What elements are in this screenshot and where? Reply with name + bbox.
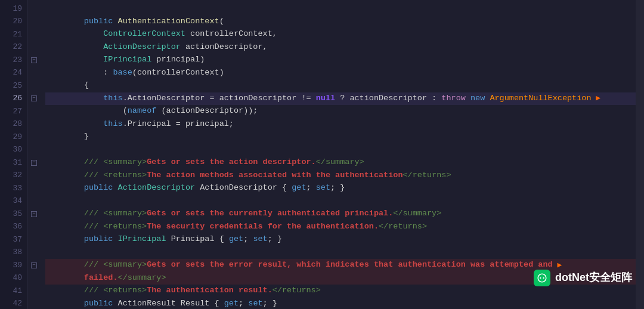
fold-icon-23[interactable]: − (31, 57, 37, 63)
line-num-26: 26 (0, 92, 22, 106)
code-line-28: this .Principal = principal; (45, 118, 644, 131)
hint-arrow-26: ▶ (592, 92, 601, 104)
line-num-38: 38 (0, 246, 22, 259)
line-num-37: 37 (0, 233, 22, 246)
semi-37b: ; } (268, 233, 282, 246)
xml-open-31: <summary> (103, 156, 147, 169)
line-num-41: 41 (0, 285, 22, 298)
brace-open-25: { (84, 79, 89, 92)
colon-24: : (103, 67, 113, 79)
xml-close-40: </summary> (118, 272, 166, 285)
xml-open-39: <summary> (103, 259, 147, 271)
xml-close-41: </returns> (273, 285, 321, 297)
code-line-42: public ActionResult Result { get ; set ;… (45, 298, 644, 310)
indent-37 (45, 233, 84, 246)
doc-31: Gets or sets the action descriptor. (147, 156, 316, 169)
op-neq: != (301, 92, 311, 105)
get-33: get (292, 182, 306, 194)
line-num-42: 42 (0, 298, 22, 310)
gutter-41 (27, 285, 41, 298)
line-num-39: 39 (0, 259, 22, 272)
code-line-37: public IPrincipal Principal { get ; set … (45, 233, 644, 246)
comment-36: /// (84, 221, 103, 233)
paren-20: ( (219, 16, 224, 28)
gutter-20 (27, 16, 41, 29)
comment-41: /// (84, 285, 103, 297)
set-37: set (253, 233, 267, 246)
line-num-27: 27 (0, 105, 22, 118)
code-line-20: public AuthenticationContext ( (45, 16, 644, 29)
indent-27 (45, 105, 123, 118)
doc-40-failed: failed. (84, 272, 118, 285)
base-call: (controllerContext) (132, 67, 224, 79)
gutter-22 (27, 41, 41, 54)
gutter-42 (27, 298, 41, 310)
indent-25 (45, 79, 84, 92)
gutter-36 (27, 221, 41, 234)
line-num-32: 32 (0, 169, 22, 183)
indent-33 (45, 182, 84, 194)
scrollbar-right[interactable] (636, 0, 644, 309)
comment-35: /// (84, 208, 103, 220)
kw-public-42: public (84, 298, 118, 309)
tern-26: ? actionDescriptor : (335, 92, 441, 105)
gutter-25 (27, 79, 41, 92)
xml-close-31: </summary> (316, 156, 364, 169)
code-line-31: /// <summary> Gets or sets the action de… (45, 156, 644, 169)
type-ad-33: ActionDescriptor (118, 182, 196, 194)
line-num-35: 35 (0, 208, 22, 221)
line-num-28: 28 (0, 118, 22, 131)
type-ad: ActionDescriptor (103, 41, 181, 54)
line-num-30: 30 (0, 144, 22, 157)
code-line-24: : base (controllerContext) (45, 67, 644, 80)
wechat-icon (534, 270, 550, 286)
fold-icon-39[interactable]: − (31, 262, 37, 268)
gutter-30 (27, 144, 41, 157)
get-42: get (224, 298, 239, 309)
code-line-41: /// <returns> The authentication result.… (45, 285, 644, 298)
code-line-36: /// <returns> The security credentials f… (45, 221, 644, 234)
semi-37a: ; (243, 233, 253, 246)
param-cc: controllerContext, (185, 28, 277, 41)
gutter-34 (27, 195, 41, 208)
throw-kw: throw (441, 92, 466, 105)
semi-42a: ; (239, 298, 248, 309)
code-line-29: } (45, 131, 644, 144)
set-33: set (316, 182, 330, 194)
xml-open-32: <returns> (103, 169, 147, 182)
code-line-34 (45, 195, 644, 208)
this-kw-26: this (103, 92, 122, 105)
sp-26a (311, 92, 316, 105)
type-ar: ActionResult (118, 298, 176, 309)
xml-open-35: <summary> (103, 208, 147, 220)
param-p: principal) (151, 54, 205, 66)
line-num-29: 29 (0, 131, 22, 144)
semi-33b: ; } (330, 182, 345, 194)
fold-icon-31[interactable]: − (31, 160, 37, 166)
fold-icon-35[interactable]: − (31, 211, 37, 217)
brace-close-29: } (84, 131, 89, 143)
code-editor: 19 20 21 22 23 24 25 26 27 28 29 30 31 3… (0, 0, 644, 309)
gutter-38 (27, 246, 41, 259)
line-num-20: 20 (0, 16, 22, 29)
code-line-27: ( nameof (actionDescriptor)); (45, 105, 644, 118)
doc-39: Gets or sets the error result, which ind… (147, 259, 553, 271)
fold-icon-26[interactable]: − (31, 95, 37, 101)
new-kw-26: new (470, 92, 485, 105)
code-line-33: public ActionDescriptor ActionDescriptor… (45, 182, 644, 195)
gutter-35[interactable]: − (27, 208, 41, 221)
principal-assign: .Principal = principal; (123, 118, 234, 131)
code-line-26: this .ActionDescriptor = actionDescripto… (45, 92, 644, 106)
line-num-19: 19 (0, 2, 22, 16)
param-ad: actionDescriptor, (181, 41, 268, 54)
gutter-31[interactable]: − (27, 156, 41, 169)
code-content: public AuthenticationContext ( Controlle… (41, 0, 644, 309)
null-kw: null (316, 92, 335, 105)
prop-42: Result { (176, 298, 224, 309)
doc-32: The action methods associated with the a… (147, 169, 402, 182)
gutter-26[interactable]: − (27, 92, 41, 106)
gutter-39[interactable]: − (27, 259, 41, 272)
kw-public-37: public (84, 233, 118, 246)
semi-33a: ; (306, 182, 316, 194)
gutter-23[interactable]: − (27, 54, 41, 67)
